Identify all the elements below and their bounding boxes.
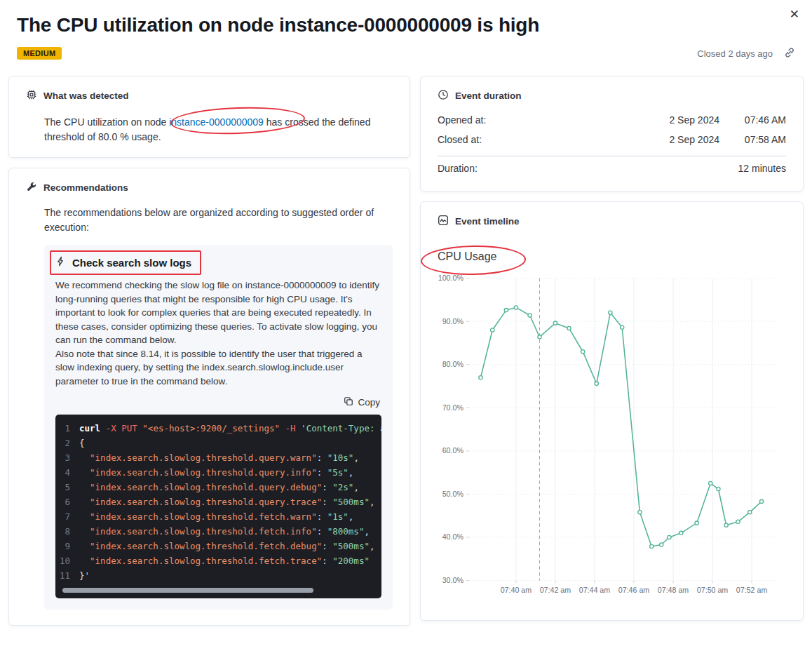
- code-line: 7 "index.search.slowlog.threshold.fetch.…: [55, 509, 381, 524]
- svg-text:07:46 am: 07:46 am: [618, 586, 650, 594]
- opened-at-date: 2 Sep 2024: [642, 114, 719, 126]
- close-button[interactable]: ✕: [787, 6, 802, 23]
- svg-text:07:48 am: 07:48 am: [658, 586, 689, 594]
- event-duration-card: Event duration Opened at: 2 Sep 2024 07:…: [420, 76, 804, 191]
- recommendation-body-paragraph-2: Also note that since 8.14, it is possibl…: [55, 347, 381, 389]
- svg-text:80.0%: 80.0%: [442, 360, 464, 368]
- svg-text:30.0%: 30.0%: [442, 576, 464, 584]
- copy-button[interactable]: Copy: [344, 396, 380, 408]
- svg-text:40.0%: 40.0%: [442, 532, 464, 541]
- event-duration-heading: Event duration: [455, 90, 522, 101]
- recommendation-title-row: Check search slow logs: [55, 256, 381, 269]
- svg-text:70.0%: 70.0%: [442, 403, 464, 412]
- duration-label: Duration:: [438, 163, 738, 174]
- svg-text:90.0%: 90.0%: [442, 317, 464, 325]
- timeline-chart-icon: [438, 215, 449, 228]
- line-number: 1: [55, 421, 79, 436]
- line-number: 5: [55, 480, 79, 495]
- opened-at-time: 07:46 AM: [719, 114, 786, 126]
- detected-heading: What was detected: [43, 90, 129, 101]
- closed-at-date: 2 Sep 2024: [642, 134, 719, 145]
- link-icon: [784, 47, 795, 60]
- chart-title: CPU Usage: [438, 250, 786, 263]
- opened-at-label: Opened at:: [438, 114, 642, 126]
- severity-badge: MEDIUM: [17, 47, 62, 60]
- event-timeline-card: Event timeline CPU Usage 100.0%90.0%80.0…: [420, 201, 804, 621]
- recommendation-body: We recommend checking the slow log file …: [55, 278, 381, 389]
- closed-at-label: Closed at:: [438, 134, 642, 145]
- duration-row-closed: Closed at: 2 Sep 2024 07:58 AM: [438, 130, 786, 149]
- alert-details-flyout: ✕ The CPU utilization on node instance-0…: [0, 0, 812, 672]
- recommendation-title: Check search slow logs: [72, 257, 191, 269]
- code-line: 2{: [55, 436, 381, 450]
- line-number: 10: [55, 553, 79, 568]
- code-line: 10 "index.search.slowlog.threshold.fetch…: [55, 553, 381, 568]
- line-number: 8: [55, 524, 79, 539]
- recommendations-heading-row: Recommendations: [26, 181, 393, 194]
- event-duration-heading-row: Event duration: [438, 89, 786, 102]
- event-timeline-heading-row: Event timeline: [438, 215, 786, 228]
- svg-text:07:52 am: 07:52 am: [736, 586, 768, 594]
- line-number: 6: [55, 495, 79, 509]
- svg-text:100.0%: 100.0%: [438, 274, 464, 282]
- status-wrap: Closed 2 days ago: [697, 47, 795, 60]
- svg-text:07:42 am: 07:42 am: [540, 586, 571, 594]
- detected-text: The CPU utilization on node instance-000…: [44, 115, 393, 145]
- code-line: 8 "index.search.slowlog.threshold.fetch.…: [55, 524, 381, 539]
- svg-text:50.0%: 50.0%: [442, 490, 464, 498]
- svg-text:07:50 am: 07:50 am: [697, 586, 729, 594]
- line-number: 7: [55, 509, 79, 524]
- closed-at-time: 07:58 AM: [719, 134, 786, 145]
- line-number: 2: [55, 436, 79, 450]
- instance-link[interactable]: instance-0000000009: [169, 116, 264, 128]
- duration-rows: Opened at: 2 Sep 2024 07:46 AM Closed at…: [438, 110, 786, 178]
- recommendation-item: Check search slow logs We recommend chec…: [44, 245, 393, 610]
- duration-row-opened: Opened at: 2 Sep 2024 07:46 AM: [438, 110, 786, 130]
- main-content: What was detected The CPU utilization on…: [8, 76, 804, 626]
- line-number: 9: [55, 539, 79, 553]
- code-lines: 1curl -X PUT "<es-host>:9200/_settings" …: [55, 421, 381, 583]
- left-column: What was detected The CPU utilization on…: [8, 76, 410, 626]
- svg-text:07:44 am: 07:44 am: [579, 586, 611, 594]
- recommendation-body-paragraph-1: We recommend checking the slow log file …: [55, 278, 381, 347]
- svg-text:60.0%: 60.0%: [442, 446, 464, 455]
- code-line: 4 "index.search.slowlog.threshold.query.…: [55, 465, 381, 480]
- copy-row: Copy: [57, 396, 380, 408]
- badge-row: MEDIUM Closed 2 days ago: [17, 47, 795, 60]
- copy-icon: [344, 396, 353, 408]
- detected-text-before: The CPU utilization on node: [44, 116, 169, 128]
- cpu-usage-chart[interactable]: 100.0%90.0%80.0%70.0%60.0%50.0%40.0%30.0…: [438, 269, 786, 607]
- recommendations-card: Recommendations The recommendations belo…: [8, 168, 410, 626]
- duration-row-total: Duration: 12 minutes: [438, 159, 786, 178]
- line-number: 11: [55, 568, 79, 583]
- wrench-icon: [26, 181, 37, 194]
- line-number: 4: [55, 465, 79, 480]
- horizontal-scrollbar-thumb[interactable]: [62, 588, 313, 593]
- code-line: 3 "index.search.slowlog.threshold.query.…: [55, 450, 381, 465]
- code-line: 11}': [55, 568, 381, 583]
- right-column: Event duration Opened at: 2 Sep 2024 07:…: [420, 76, 804, 621]
- detected-card: What was detected The CPU utilization on…: [8, 76, 410, 158]
- duration-value: 12 minutes: [738, 163, 786, 174]
- cpu-chip-icon: [26, 89, 37, 102]
- svg-text:07:40 am: 07:40 am: [501, 586, 532, 594]
- code-line: 6 "index.search.slowlog.threshold.query.…: [55, 495, 381, 509]
- code-block: 1curl -X PUT "<es-host>:9200/_settings" …: [55, 415, 381, 598]
- status-text: Closed 2 days ago: [697, 48, 773, 59]
- clock-icon: [438, 89, 449, 102]
- line-number: 3: [55, 450, 79, 465]
- code-line: 5 "index.search.slowlog.threshold.query.…: [55, 480, 381, 495]
- detected-heading-row: What was detected: [26, 89, 393, 102]
- lightning-bolt-icon: [55, 256, 66, 269]
- recommendations-intro: The recommendations below are organized …: [44, 206, 393, 235]
- code-line: 9 "index.search.slowlog.threshold.fetch.…: [55, 539, 381, 553]
- code-line: 1curl -X PUT "<es-host>:9200/_settings" …: [55, 421, 381, 436]
- recommendations-heading: Recommendations: [43, 182, 128, 193]
- duration-divider: [438, 156, 786, 156]
- page-title: The CPU utilization on node instance-000…: [17, 13, 564, 39]
- event-timeline-heading: Event timeline: [455, 216, 520, 227]
- copy-label: Copy: [358, 397, 380, 408]
- share-link-button[interactable]: [784, 47, 795, 60]
